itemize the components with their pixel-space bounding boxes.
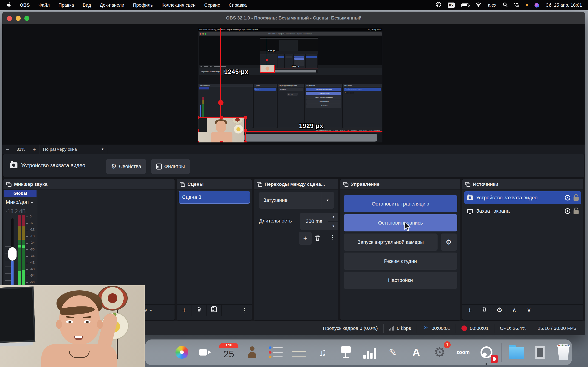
- virtual-camera-settings-button[interactable]: ⚙: [441, 234, 457, 251]
- selection-handle[interactable]: [244, 129, 247, 132]
- filters-button[interactable]: Фильтры: [151, 159, 190, 174]
- source-selection-rect[interactable]: [198, 117, 246, 142]
- menu-item-view[interactable]: Вид: [83, 2, 91, 8]
- mixer-tab-global[interactable]: Global: [4, 190, 36, 197]
- chevron-down-icon[interactable]: ▼: [97, 144, 108, 154]
- dock-icon-installer-file[interactable]: [530, 343, 550, 362]
- mouse-cursor: [404, 222, 411, 233]
- settings-button[interactable]: Настройки: [344, 272, 457, 289]
- dock-icon-maps[interactable]: [149, 343, 168, 362]
- dock-icon-numbers[interactable]: [360, 343, 379, 362]
- selection-handle[interactable]: [198, 116, 199, 119]
- scene-filters-button[interactable]: [207, 306, 221, 314]
- stepper-up-button[interactable]: ∧: [328, 213, 338, 221]
- menu-bar-clock[interactable]: Сб, 25 апр. 16:01: [545, 2, 582, 8]
- properties-button[interactable]: ⚙ Свойства: [106, 159, 146, 174]
- selection-handle[interactable]: [220, 141, 223, 142]
- selection-handle[interactable]: [198, 129, 199, 132]
- start-virtual-camera-button[interactable]: Запуск виртуальной камеры: [344, 234, 438, 251]
- zoom-level-value: 31%: [13, 147, 29, 152]
- dock-icon-keynote[interactable]: [336, 343, 355, 362]
- zoom-fit-dropdown[interactable]: По размеру окна ▼: [40, 144, 108, 154]
- dock-icon-obs[interactable]: [477, 343, 496, 362]
- lock-icon[interactable]: [573, 210, 579, 214]
- menu-item-obs[interactable]: OBS: [20, 2, 30, 8]
- add-scene-button[interactable]: +: [177, 306, 191, 314]
- dock-icon-contacts[interactable]: [242, 343, 262, 362]
- visibility-eye-icon[interactable]: [565, 208, 570, 214]
- menu-item-tools[interactable]: Сервис: [204, 2, 220, 8]
- spacing-helper-horizontal-line: [246, 131, 382, 132]
- scene-list-item[interactable]: Сцена 3: [179, 191, 250, 204]
- mini-dock: [244, 134, 377, 142]
- source-properties-button[interactable]: ⚙: [492, 306, 507, 314]
- source-row-video-capture[interactable]: Устройство захвата видео: [464, 191, 581, 204]
- control-center-icon[interactable]: [514, 2, 519, 8]
- scene-more-button[interactable]: ⋮: [237, 307, 252, 313]
- remove-scene-button[interactable]: [192, 306, 207, 314]
- dock-icon-applications-folder[interactable]: [507, 343, 526, 362]
- remove-source-button[interactable]: [477, 306, 492, 314]
- obs-status-icon[interactable]: [436, 2, 441, 8]
- dock-icon-trash[interactable]: [554, 343, 573, 362]
- zoom-in-button[interactable]: +: [29, 146, 40, 152]
- dock-icon-facetime[interactable]: [196, 343, 215, 362]
- menu-item-file[interactable]: Файл: [38, 2, 50, 8]
- dock-icon-reminders[interactable]: [266, 343, 285, 362]
- dock-icon-notes[interactable]: [289, 343, 309, 362]
- stream-time-status: 00:00:01: [417, 324, 456, 333]
- selection-handle[interactable]: [198, 141, 199, 142]
- zoom-button[interactable]: [24, 16, 29, 21]
- input-source-badge[interactable]: РУ: [448, 2, 455, 8]
- move-source-down-button[interactable]: ∨: [522, 307, 536, 314]
- volume-fader-thumb[interactable]: [8, 247, 17, 261]
- mixer-panel-title: Микшер звука: [14, 181, 47, 187]
- menu-item-docks[interactable]: Док-панели: [100, 2, 124, 8]
- menu-item-scene-collection[interactable]: Коллекция сцен: [162, 2, 195, 8]
- stepper-down-button[interactable]: ∨: [328, 222, 338, 230]
- studio-mode-button[interactable]: Режим студии: [344, 252, 457, 270]
- gear-icon: ⚙: [111, 163, 117, 170]
- stop-recording-button[interactable]: Остановить запись: [344, 214, 457, 232]
- selection-handle[interactable]: [244, 141, 247, 142]
- menu-item-help[interactable]: Справка: [229, 2, 247, 8]
- transition-more-button[interactable]: ⋮: [330, 234, 335, 240]
- preview-canvas[interactable]: OBS Файл Правка Вид Док-панели Профиль К…: [2, 24, 585, 144]
- stop-streaming-button[interactable]: Остановить трансляцию: [344, 195, 457, 212]
- dock-icon-calendar[interactable]: АПР. 25: [219, 343, 238, 362]
- active-source-label: Устройство захвата видео: [21, 162, 85, 169]
- menu-item-profile[interactable]: Профиль: [133, 2, 153, 8]
- add-source-button[interactable]: +: [462, 306, 477, 314]
- dock-icon-zoom[interactable]: zoom: [453, 343, 473, 362]
- minimize-button[interactable]: [16, 16, 21, 21]
- selection-handle[interactable]: [244, 116, 247, 119]
- duration-value-field[interactable]: 300 ms: [300, 213, 328, 230]
- source-row-screen-capture[interactable]: Захват экрана: [464, 205, 581, 217]
- dock-icon-music[interactable]: ♫: [313, 343, 332, 362]
- remove-transition-button[interactable]: [314, 235, 321, 242]
- dock-icon-system-settings[interactable]: ⚙ 1: [430, 343, 449, 362]
- window-title-bar[interactable]: OBS 32.1.0 - Профиль: Безымянный - Сцены…: [2, 12, 585, 24]
- spotlight-search-icon[interactable]: [503, 2, 508, 8]
- sources-panel: Источники Устройство захвата видео Захва…: [462, 179, 583, 321]
- recording-indicator-dot: [526, 4, 528, 6]
- menu-item-edit[interactable]: Правка: [59, 2, 74, 8]
- siri-icon[interactable]: [535, 3, 539, 8]
- visibility-eye-icon[interactable]: [565, 195, 570, 200]
- add-transition-button[interactable]: +: [299, 232, 312, 245]
- dock-icon-pages[interactable]: ✎: [383, 343, 402, 362]
- wifi-icon[interactable]: [476, 2, 481, 8]
- close-button[interactable]: [7, 16, 12, 21]
- mixer-device-dropdown[interactable]: Микр/доп: [6, 199, 33, 205]
- apple-logo-icon[interactable]: [7, 2, 11, 8]
- fast-user-switch-label[interactable]: alex: [488, 2, 496, 8]
- obs-recording-badge: [491, 355, 498, 363]
- transition-select[interactable]: Затухание ▼: [259, 192, 334, 209]
- dock-icon-photos[interactable]: [172, 343, 191, 362]
- selection-handle[interactable]: [220, 116, 223, 119]
- move-source-up-button[interactable]: ∧: [507, 307, 522, 314]
- lock-icon[interactable]: [573, 197, 579, 201]
- battery-icon[interactable]: [461, 3, 469, 7]
- dock-icon-app-store[interactable]: A: [406, 343, 426, 362]
- zoom-out-button[interactable]: −: [2, 146, 13, 152]
